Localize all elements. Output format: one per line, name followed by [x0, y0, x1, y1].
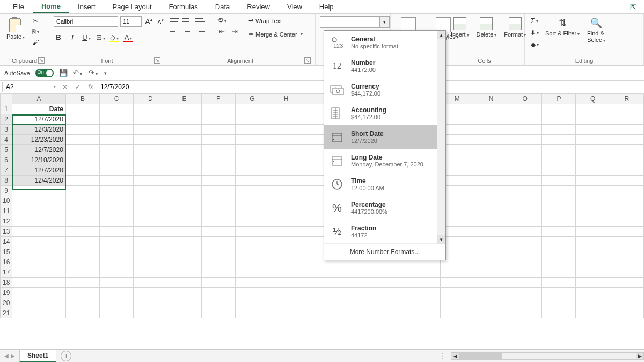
- font-color-button[interactable]: A: [123, 33, 133, 41]
- row-header-8[interactable]: 8: [1, 176, 12, 186]
- spreadsheet-grid[interactable]: A B C D E F G H M N O P Q R 1Date 212/7/…: [0, 93, 644, 332]
- row-header-7[interactable]: 7: [1, 165, 12, 176]
- border-button[interactable]: ⊞: [96, 33, 105, 41]
- col-header-H[interactable]: H: [269, 94, 303, 104]
- row-header-14[interactable]: 14: [1, 237, 12, 247]
- row-header-15[interactable]: 15: [1, 247, 12, 257]
- align-center-button[interactable]: [182, 27, 192, 35]
- hscroll-right[interactable]: ▶: [636, 353, 643, 359]
- menu-view[interactable]: View: [279, 1, 311, 13]
- paste-button[interactable]: Paste: [4, 16, 27, 41]
- decrease-indent-button[interactable]: ⇤: [217, 27, 226, 35]
- row-header-16[interactable]: 16: [1, 257, 12, 267]
- enter-formula-button[interactable]: ✓: [71, 83, 84, 91]
- menu-insert[interactable]: Insert: [69, 1, 104, 13]
- format-percentage[interactable]: % Percentage4417200.00%: [324, 196, 445, 220]
- row-header-6[interactable]: 6: [1, 155, 12, 165]
- bold-button[interactable]: B: [54, 33, 63, 41]
- cell-A6[interactable]: 12/10/2020: [12, 155, 65, 165]
- menu-data[interactable]: Data: [207, 1, 238, 13]
- cell-A1[interactable]: Date: [12, 104, 65, 114]
- font-size-input[interactable]: [120, 16, 142, 27]
- cut-button[interactable]: ✂: [30, 16, 41, 26]
- menu-page-layout[interactable]: Page Layout: [104, 1, 160, 13]
- col-header-N[interactable]: N: [474, 94, 508, 104]
- hscroll-left[interactable]: ◀: [451, 353, 459, 359]
- fill-button[interactable]: ⬇: [529, 28, 540, 38]
- cell-A8[interactable]: 12/4/2020: [12, 176, 65, 186]
- col-header-E[interactable]: E: [167, 94, 201, 104]
- align-middle-button[interactable]: [182, 16, 192, 24]
- row-header-3[interactable]: 3: [1, 125, 12, 135]
- decrease-font-button[interactable]: A▾: [156, 18, 165, 25]
- row-header-1[interactable]: 1: [1, 104, 12, 114]
- add-sheet-button[interactable]: +: [61, 351, 71, 361]
- format-fraction[interactable]: ½ Fraction44172: [324, 220, 445, 243]
- tab-split[interactable]: ⋮: [434, 352, 451, 360]
- row-header-9[interactable]: 9: [1, 186, 12, 196]
- undo-button[interactable]: ↶: [73, 69, 82, 77]
- merge-center-button[interactable]: ⬌Merge & Center: [247, 30, 304, 39]
- col-header-Q[interactable]: Q: [576, 94, 610, 104]
- orientation-button[interactable]: ⟲: [217, 16, 226, 24]
- sort-filter-button[interactable]: ⇅Sort & Filter: [543, 16, 582, 38]
- share-icon[interactable]: ⇱: [630, 3, 640, 11]
- delete-cells-button[interactable]: Delete: [474, 16, 499, 39]
- redo-button[interactable]: ↷: [89, 69, 98, 77]
- sheet-tab-1[interactable]: Sheet1: [19, 349, 56, 362]
- row-header-13[interactable]: 13: [1, 227, 12, 237]
- format-currency[interactable]: Currency$44,172.00: [324, 78, 445, 102]
- menu-file[interactable]: File: [4, 1, 33, 13]
- hscroll-thumb[interactable]: [459, 353, 502, 359]
- font-name-input[interactable]: [54, 16, 118, 27]
- cancel-formula-button[interactable]: ✕: [58, 83, 71, 91]
- cell-A2[interactable]: 12/7/2020: [12, 114, 65, 125]
- increase-indent-button[interactable]: ⇥: [230, 27, 239, 35]
- row-header-21[interactable]: 21: [1, 308, 12, 318]
- sheet-nav-prev[interactable]: ◀: [4, 353, 9, 359]
- row-header-20[interactable]: 20: [1, 298, 12, 308]
- italic-button[interactable]: I: [68, 33, 77, 41]
- row-header-4[interactable]: 4: [1, 135, 12, 145]
- clipboard-launcher[interactable]: ↘: [38, 57, 45, 64]
- increase-font-button[interactable]: A▴: [144, 17, 153, 26]
- format-time[interactable]: Time12:00:00 AM: [324, 172, 445, 196]
- row-header-12[interactable]: 12: [1, 216, 12, 227]
- alignment-launcher[interactable]: ↘: [304, 57, 311, 64]
- cell-A7[interactable]: 12/7/2020: [12, 165, 65, 176]
- align-left-button[interactable]: [170, 27, 179, 35]
- number-format-dropdown[interactable]: ▾: [320, 16, 390, 28]
- save-button[interactable]: 💾: [59, 69, 68, 77]
- align-right-button[interactable]: [195, 27, 205, 35]
- col-header-G[interactable]: G: [235, 94, 269, 104]
- fill-color-button[interactable]: ◇: [109, 33, 119, 41]
- align-bottom-button[interactable]: [195, 16, 205, 24]
- cell-A5[interactable]: 12/7/2020: [12, 145, 65, 155]
- menu-review[interactable]: Review: [238, 1, 279, 13]
- sheet-nav-next[interactable]: ▶: [11, 353, 15, 359]
- col-header-P[interactable]: P: [542, 94, 576, 104]
- namebox-arrow[interactable]: ▾: [52, 84, 58, 89]
- cell-A4[interactable]: 12/23/2020: [12, 135, 65, 145]
- row-header-5[interactable]: 5: [1, 145, 12, 155]
- underline-button[interactable]: U: [82, 33, 91, 41]
- col-header-A[interactable]: A: [12, 94, 65, 104]
- name-box[interactable]: [2, 82, 49, 92]
- col-header-D[interactable]: D: [134, 94, 167, 104]
- cell-A3[interactable]: 12/3/2020: [12, 125, 65, 135]
- format-accounting[interactable]: Accounting $44,172.00: [324, 102, 445, 125]
- menu-formulas[interactable]: Formulas: [160, 1, 207, 13]
- col-header-R[interactable]: R: [610, 94, 643, 104]
- format-short-date[interactable]: Short Date12/7/2020: [324, 125, 445, 149]
- col-header-B[interactable]: B: [65, 94, 99, 104]
- format-cells-button[interactable]: Format: [502, 16, 528, 39]
- format-menu-scroll-down[interactable]: ▾: [437, 235, 445, 244]
- format-number[interactable]: 12 Number44172.00: [324, 54, 445, 78]
- select-all-corner[interactable]: [1, 94, 12, 104]
- col-header-C[interactable]: C: [99, 94, 133, 104]
- row-header-19[interactable]: 19: [1, 288, 12, 298]
- format-menu-scroll-up[interactable]: ▴: [437, 31, 445, 39]
- col-header-O[interactable]: O: [508, 94, 542, 104]
- row-header-10[interactable]: 10: [1, 196, 12, 206]
- format-general[interactable]: 123 GeneralNo specific format: [324, 31, 445, 54]
